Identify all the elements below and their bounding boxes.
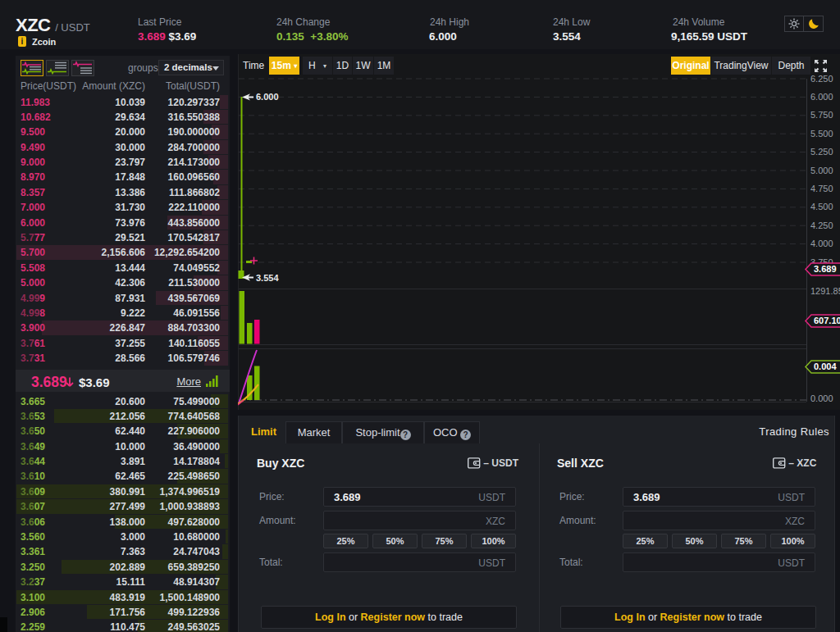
svg-text:3.554: 3.554 <box>256 273 279 283</box>
svg-text:4.250: 4.250 <box>810 221 833 230</box>
svg-text:6.000: 6.000 <box>256 92 279 102</box>
svg-text:0.000: 0.000 <box>810 393 833 403</box>
svg-text:0.004: 0.004 <box>814 361 837 371</box>
svg-text:1291.85: 1291.85 <box>810 286 840 296</box>
svg-text:4.000: 4.000 <box>810 239 833 248</box>
svg-text:5.000: 5.000 <box>810 166 833 175</box>
svg-text:4.750: 4.750 <box>810 184 833 193</box>
svg-text:6.000: 6.000 <box>810 92 833 102</box>
svg-text:5.500: 5.500 <box>810 129 833 139</box>
svg-text:607.10: 607.10 <box>814 316 840 325</box>
svg-text:6.250: 6.250 <box>810 74 833 84</box>
svg-text:5.250: 5.250 <box>810 147 833 157</box>
svg-text:4.500: 4.500 <box>810 202 833 211</box>
svg-text:3.689: 3.689 <box>814 264 837 274</box>
svg-text:5.750: 5.750 <box>810 110 833 120</box>
